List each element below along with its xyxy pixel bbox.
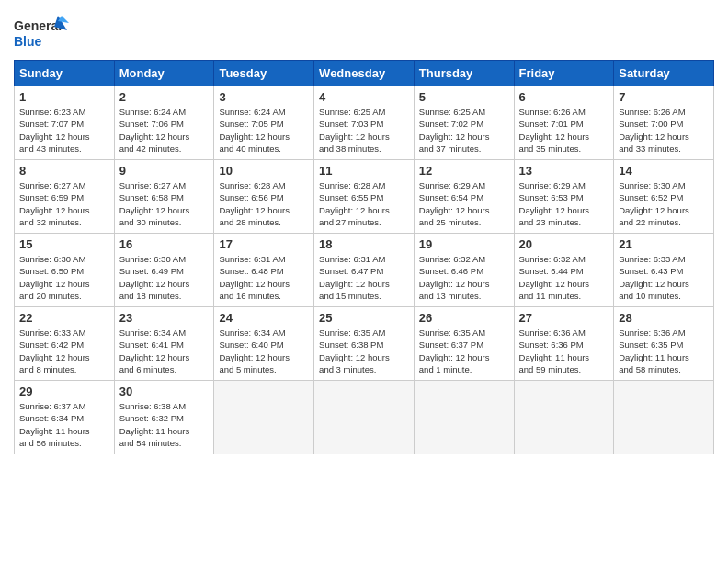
calendar-cell: 7Sunrise: 6:26 AMSunset: 7:00 PMDaylight… [614,86,714,160]
day-info: Sunrise: 6:37 AMSunset: 6:34 PMDaylight:… [19,400,109,449]
calendar-week-row: 29Sunrise: 6:37 AMSunset: 6:34 PMDayligh… [15,381,714,454]
day-number: 15 [19,237,109,251]
calendar-cell: 21Sunrise: 6:33 AMSunset: 6:43 PMDayligh… [614,234,714,307]
day-number: 29 [19,385,109,398]
day-info: Sunrise: 6:32 AMSunset: 6:46 PMDaylight:… [419,253,509,302]
day-info: Sunrise: 6:35 AMSunset: 6:37 PMDaylight:… [419,327,509,375]
calendar-cell: 23Sunrise: 6:34 AMSunset: 6:41 PMDayligh… [114,307,214,381]
day-number: 2 [119,90,210,104]
day-number: 9 [119,164,210,178]
calendar-cell [214,381,314,454]
day-number: 27 [519,311,609,325]
day-number: 7 [619,90,709,104]
day-number: 13 [519,164,609,178]
calendar-cell: 30Sunrise: 6:38 AMSunset: 6:32 PMDayligh… [114,381,214,454]
day-info: Sunrise: 6:36 AMSunset: 6:36 PMDaylight:… [519,327,609,375]
calendar-cell: 4Sunrise: 6:25 AMSunset: 7:03 PMDaylight… [314,86,415,160]
day-info: Sunrise: 6:33 AMSunset: 6:43 PMDaylight:… [619,253,709,302]
calendar-cell: 1Sunrise: 6:23 AMSunset: 7:07 PMDaylight… [15,86,115,160]
day-number: 21 [619,237,709,251]
day-info: Sunrise: 6:30 AMSunset: 6:49 PMDaylight:… [119,253,210,302]
day-info: Sunrise: 6:34 AMSunset: 6:40 PMDaylight:… [219,327,309,375]
day-info: Sunrise: 6:30 AMSunset: 6:52 PMDaylight:… [619,179,709,228]
day-info: Sunrise: 6:32 AMSunset: 6:44 PMDaylight:… [519,253,609,302]
weekday-header: Tuesday [214,61,314,86]
day-info: Sunrise: 6:28 AMSunset: 6:56 PMDaylight:… [219,179,309,228]
day-info: Sunrise: 6:26 AMSunset: 7:00 PMDaylight:… [619,106,709,155]
day-info: Sunrise: 6:31 AMSunset: 6:48 PMDaylight:… [219,253,309,302]
calendar-cell: 3Sunrise: 6:24 AMSunset: 7:05 PMDaylight… [214,86,314,160]
calendar-cell: 11Sunrise: 6:28 AMSunset: 6:55 PMDayligh… [314,160,415,234]
calendar-week-row: 15Sunrise: 6:30 AMSunset: 6:50 PMDayligh… [15,234,714,307]
svg-text:Blue: Blue [14,34,42,49]
calendar-cell: 16Sunrise: 6:30 AMSunset: 6:49 PMDayligh… [114,234,214,307]
day-info: Sunrise: 6:36 AMSunset: 6:35 PMDaylight:… [619,327,709,375]
day-info: Sunrise: 6:24 AMSunset: 7:06 PMDaylight:… [119,106,210,155]
day-number: 12 [419,164,509,178]
calendar-cell: 13Sunrise: 6:29 AMSunset: 6:53 PMDayligh… [514,160,614,234]
calendar-week-row: 8Sunrise: 6:27 AMSunset: 6:59 PMDaylight… [15,160,714,234]
calendar-cell: 29Sunrise: 6:37 AMSunset: 6:34 PMDayligh… [15,381,115,454]
day-number: 3 [219,90,309,104]
day-number: 1 [19,90,109,104]
calendar-cell: 26Sunrise: 6:35 AMSunset: 6:37 PMDayligh… [414,307,514,381]
calendar-cell: 22Sunrise: 6:33 AMSunset: 6:42 PMDayligh… [15,307,115,381]
calendar-cell: 5Sunrise: 6:25 AMSunset: 7:02 PMDaylight… [414,86,514,160]
calendar-cell: 18Sunrise: 6:31 AMSunset: 6:47 PMDayligh… [314,234,415,307]
day-number: 18 [319,237,409,251]
day-info: Sunrise: 6:23 AMSunset: 7:07 PMDaylight:… [19,106,109,155]
weekday-header: Wednesday [314,61,415,86]
day-number: 16 [119,237,210,251]
calendar-cell [414,381,514,454]
day-info: Sunrise: 6:26 AMSunset: 7:01 PMDaylight:… [519,106,609,155]
day-number: 28 [619,311,709,325]
day-number: 11 [319,164,409,178]
logo: GeneralBlue [14,14,69,51]
calendar-cell: 2Sunrise: 6:24 AMSunset: 7:06 PMDaylight… [114,86,214,160]
day-number: 19 [419,237,509,251]
calendar-cell: 8Sunrise: 6:27 AMSunset: 6:59 PMDaylight… [15,160,115,234]
calendar-cell: 15Sunrise: 6:30 AMSunset: 6:50 PMDayligh… [15,234,115,307]
calendar-cell: 27Sunrise: 6:36 AMSunset: 6:36 PMDayligh… [514,307,614,381]
calendar-cell: 10Sunrise: 6:28 AMSunset: 6:56 PMDayligh… [214,160,314,234]
logo-icon: GeneralBlue [14,14,69,51]
day-number: 26 [419,311,509,325]
calendar-table: SundayMondayTuesdayWednesdayThursdayFrid… [14,60,714,454]
calendar-cell [314,381,415,454]
day-number: 10 [219,164,309,178]
calendar-week-row: 1Sunrise: 6:23 AMSunset: 7:07 PMDaylight… [15,86,714,160]
page-header: GeneralBlue [14,14,714,51]
day-info: Sunrise: 6:29 AMSunset: 6:53 PMDaylight:… [519,179,609,228]
day-number: 20 [519,237,609,251]
calendar-week-row: 22Sunrise: 6:33 AMSunset: 6:42 PMDayligh… [15,307,714,381]
day-number: 6 [519,90,609,104]
calendar-cell: 12Sunrise: 6:29 AMSunset: 6:54 PMDayligh… [414,160,514,234]
day-number: 4 [319,90,409,104]
calendar-cell: 25Sunrise: 6:35 AMSunset: 6:38 PMDayligh… [314,307,415,381]
calendar-header-row: SundayMondayTuesdayWednesdayThursdayFrid… [15,61,714,86]
day-number: 30 [119,385,210,398]
day-info: Sunrise: 6:27 AMSunset: 6:59 PMDaylight:… [19,179,109,228]
calendar-cell: 9Sunrise: 6:27 AMSunset: 6:58 PMDaylight… [114,160,214,234]
day-info: Sunrise: 6:28 AMSunset: 6:55 PMDaylight:… [319,179,409,228]
day-info: Sunrise: 6:35 AMSunset: 6:38 PMDaylight:… [319,327,409,375]
day-info: Sunrise: 6:31 AMSunset: 6:47 PMDaylight:… [319,253,409,302]
calendar-cell: 28Sunrise: 6:36 AMSunset: 6:35 PMDayligh… [614,307,714,381]
calendar-cell: 6Sunrise: 6:26 AMSunset: 7:01 PMDaylight… [514,86,614,160]
day-info: Sunrise: 6:24 AMSunset: 7:05 PMDaylight:… [219,106,309,155]
calendar-cell: 24Sunrise: 6:34 AMSunset: 6:40 PMDayligh… [214,307,314,381]
weekday-header: Sunday [15,61,115,86]
weekday-header: Saturday [614,61,714,86]
calendar-cell: 14Sunrise: 6:30 AMSunset: 6:52 PMDayligh… [614,160,714,234]
day-number: 8 [19,164,109,178]
day-number: 24 [219,311,309,325]
day-number: 17 [219,237,309,251]
calendar-cell: 19Sunrise: 6:32 AMSunset: 6:46 PMDayligh… [414,234,514,307]
day-info: Sunrise: 6:30 AMSunset: 6:50 PMDaylight:… [19,253,109,302]
calendar-cell [514,381,614,454]
day-number: 22 [19,311,109,325]
day-info: Sunrise: 6:25 AMSunset: 7:02 PMDaylight:… [419,106,509,155]
svg-text:General: General [14,18,62,33]
day-number: 5 [419,90,509,104]
day-info: Sunrise: 6:25 AMSunset: 7:03 PMDaylight:… [319,106,409,155]
